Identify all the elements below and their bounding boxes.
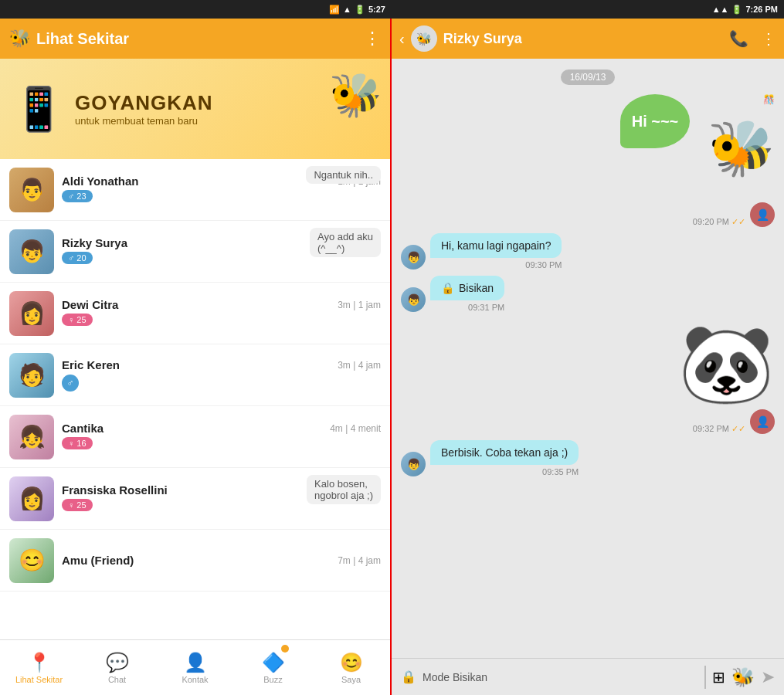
- contact-info-cantika: Cantika 4m | 4 menit ♀ 16: [62, 422, 381, 452]
- right-signal-icon: ▲▲: [712, 5, 729, 14]
- rizky-avatar-msg: 👦: [401, 245, 426, 270]
- whisper-mode-label: Mode Bisikan: [423, 671, 698, 683]
- contact-time-dewi: 3m | 1 jam: [338, 300, 381, 310]
- contact-item-amu[interactable]: 😊 Amu (Friend) 7m | 4 jam: [0, 530, 390, 592]
- chat-messages-area: 16/09/13 Hi ~~~ 🐝 🎊 09:20 PM ✓✓: [392, 59, 784, 658]
- call-button[interactable]: 📞: [729, 29, 748, 48]
- contact-name-dewi: Dewi Citra: [62, 298, 118, 311]
- chat-contact-name: Rizky Surya: [443, 31, 729, 47]
- nav-buzz[interactable]: 🔷 Buzz: [234, 640, 312, 695]
- nav-kontak[interactable]: 👤 Kontak: [156, 640, 234, 695]
- lock-icon: 🔒: [441, 282, 454, 294]
- contact-info-eric: Eric Keren 3m | 4 jam ♂: [62, 358, 381, 392]
- contact-item-rizky[interactable]: 👦 Rizky Surya 2m | 4 jam ♂ 20 Ayo add ak…: [0, 221, 390, 283]
- message-hi-incoming: 👦 Hi, kamu lagi ngapain? 09:30 PM: [401, 233, 775, 270]
- contact-info-amu: Amu (Friend) 7m | 4 jam: [62, 554, 381, 567]
- contact-name-aldi: Aldi Yonathan: [62, 175, 138, 188]
- contact-avatar-fransiska: 👩: [9, 476, 54, 521]
- bisikan-button[interactable]: 🔒 Bisikan: [430, 276, 504, 300]
- message-berbisik: 👦 Berbisik. Coba tekan aja ;) 09:35 PM: [401, 440, 775, 476]
- contact-list: 👨 Aldi Yonathan 1m | 1 jam ♂ 23 Ngantuk …: [0, 159, 390, 639]
- nav-saya[interactable]: 😊 Saya: [312, 640, 390, 695]
- chat-header-avatar: 🐝: [411, 25, 437, 52]
- hi-speech-bubble: Hi ~~~: [620, 94, 690, 148]
- rizky-avatar-msg2: 👦: [401, 287, 426, 312]
- contact-name-amu: Amu (Friend): [62, 554, 134, 567]
- contact-avatar-dewi: 👩: [9, 291, 54, 336]
- nav-chat[interactable]: 💬 Chat: [78, 640, 156, 695]
- message-time-hi: 09:30 PM: [430, 260, 562, 270]
- bottom-navigation: 📍 Lihat Sekitar 💬 Chat 👤 Kontak 🔷 Buzz 😊…: [0, 639, 390, 695]
- nav-label-lihat-sekitar: Lihat Sekitar: [15, 675, 63, 684]
- gender-badge-eric: ♂: [62, 375, 79, 392]
- contact-time-amu: 7m | 4 jam: [338, 555, 381, 566]
- message-bubble-hi: Hi, kamu lagi ngapain?: [430, 233, 562, 258]
- right-status-bar: ▲▲ 🔋 7:26 PM: [392, 0, 784, 19]
- whisper-bee-icon[interactable]: 🐝: [731, 666, 755, 688]
- profile-icon: 😊: [340, 652, 363, 673]
- phone-shake-icon: 📱: [12, 84, 66, 134]
- left-status-bar: 📶 ▲ 🔋 5:27: [0, 0, 392, 19]
- right-time: 7:26 PM: [745, 5, 778, 14]
- contact-item-fransiska[interactable]: 👩 Fransiska Rosellini 7m | 4 jam ♀ 25 Ka…: [0, 468, 390, 530]
- whisper-send-button[interactable]: ➤: [761, 667, 775, 687]
- left-panel-title: Lihat Sekitar: [36, 30, 364, 48]
- contact-info-aldi: Aldi Yonathan 1m | 1 jam ♂ 23 Ngantuk ni…: [62, 175, 381, 205]
- whisper-grid-icon[interactable]: ⊞: [712, 668, 725, 687]
- contact-item-eric[interactable]: 🧑 Eric Keren 3m | 4 jam ♂: [0, 344, 390, 406]
- gender-badge-cantika: ♀ 16: [62, 437, 93, 449]
- left-battery-icon: 🔋: [355, 5, 365, 15]
- contact-name-rizky: Rizky Surya: [62, 236, 127, 249]
- bee-logo-icon: 🐝: [9, 29, 30, 49]
- contact-time-eric: 3m | 4 jam: [338, 360, 381, 371]
- sticker-bee-time: 09:20 PM ✓✓: [693, 217, 745, 227]
- contact-name-cantika: Cantika: [62, 422, 104, 435]
- left-wifi-icon: 📶: [329, 5, 340, 15]
- nav-label-kontak: Kontak: [182, 675, 208, 684]
- confetti-decoration: 🎊: [763, 94, 775, 105]
- contact-item-aldi[interactable]: 👨 Aldi Yonathan 1m | 1 jam ♂ 23 Ngantuk …: [0, 159, 390, 221]
- contact-name-fransiska: Fransiska Rosellini: [62, 483, 168, 497]
- gender-badge-aldi: ♂ 23: [62, 190, 93, 202]
- bisikan-time: 09:31 PM: [430, 303, 504, 312]
- contact-info-rizky: Rizky Surya 2m | 4 jam ♂ 20 Ayo add aku(…: [62, 236, 381, 266]
- outgoing-avatar: 👤: [750, 202, 775, 227]
- message-sticker-panda: 🐼 09:32 PM ✓✓ 👤: [401, 318, 775, 434]
- last-message-aldi: Ngantuk nih..: [306, 166, 381, 184]
- right-menu-button[interactable]: ⋮: [761, 29, 776, 48]
- chat-icon: 💬: [106, 652, 129, 673]
- location-icon: 📍: [28, 652, 51, 673]
- right-battery-icon: 🔋: [731, 5, 742, 15]
- rizky-avatar-msg3: 👦: [401, 452, 426, 476]
- contact-avatar-amu: 😊: [9, 538, 54, 583]
- back-button[interactable]: ‹: [399, 30, 405, 48]
- nav-lihat-sekitar[interactable]: 📍 Lihat Sekitar: [0, 640, 78, 695]
- panda-sticker: 🐼: [678, 318, 775, 409]
- left-panel: 🐝 Lihat Sekitar ⋮ 📱 GOYANGKAN untuk memb…: [0, 19, 392, 695]
- gender-badge-rizky: ♂ 20: [62, 252, 93, 264]
- contact-avatar-rizky: 👦: [9, 229, 54, 274]
- left-signal-icon: ▲: [343, 5, 351, 14]
- contact-avatar-eric: 🧑: [9, 353, 54, 398]
- message-time-berbisik: 09:35 PM: [430, 467, 579, 476]
- message-sticker-bee: Hi ~~~ 🐝 🎊 09:20 PM ✓✓ 👤: [401, 94, 775, 227]
- last-message-rizky: Ayo add aku(^__^): [310, 228, 381, 257]
- left-menu-button[interactable]: ⋮: [364, 29, 381, 49]
- left-header: 🐝 Lihat Sekitar ⋮: [0, 19, 390, 59]
- gender-badge-dewi: ♀ 25: [62, 314, 93, 326]
- contact-item-dewi[interactable]: 👩 Dewi Citra 3m | 1 jam ♀ 25: [0, 283, 390, 344]
- contact-item-cantika[interactable]: 👧 Cantika 4m | 4 menit ♀ 16: [0, 406, 390, 468]
- message-bisikan: 👦 🔒 Bisikan 09:31 PM: [401, 276, 775, 312]
- nav-label-buzz: Buzz: [263, 675, 282, 684]
- left-time: 5:27: [368, 5, 385, 14]
- gender-badge-fransiska: ♀ 25: [62, 499, 93, 511]
- contact-avatar-aldi: 👨: [9, 168, 54, 212]
- sticker-panda-time: 09:32 PM ✓✓: [693, 424, 745, 434]
- date-divider: 16/09/13: [561, 70, 616, 85]
- banner-bee-icon: 🐝: [329, 70, 382, 120]
- contact-time-cantika: 4m | 4 menit: [330, 423, 381, 434]
- outgoing-avatar-2: 👤: [750, 409, 775, 434]
- nav-label-saya: Saya: [341, 675, 361, 684]
- message-bubble-berbisik: Berbisik. Coba tekan aja ;): [430, 440, 579, 465]
- whisper-divider: [704, 666, 706, 689]
